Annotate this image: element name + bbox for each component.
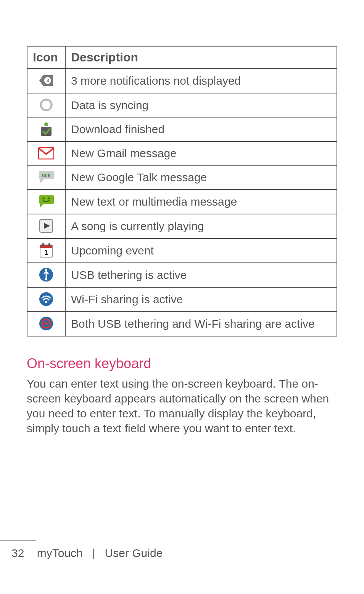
svg-point-2 [44,122,48,126]
page-footer: 32 myTouch | User Guide [0,547,364,560]
svg-rect-10 [40,245,52,248]
gmail-icon [38,145,55,162]
music-playing-icon [38,217,55,234]
download-finished-icon [38,121,55,137]
header-description: Description [65,46,337,69]
description-cell: New Gmail message [65,142,337,165]
page-number: 32 [11,547,24,559]
svg-text:3: 3 [47,78,49,83]
table-row: New Gmail message [27,142,337,165]
description-cell: Upcoming event [65,238,337,263]
description-cell: New text or multimedia message [65,190,337,214]
sync-icon [38,97,55,113]
more-notifications-icon: 3 [38,72,55,89]
svg-rect-3 [41,127,52,136]
table-row: 1 Upcoming event [27,238,337,263]
description-cell: Both USB tethering and Wi-Fi sharing are… [65,312,337,336]
svg-rect-11 [42,243,44,246]
svg-text:talk: talk [42,172,51,178]
svg-rect-12 [48,243,50,246]
description-cell: Download finished [65,117,337,142]
svg-point-6 [43,198,45,200]
table-row: A song is currently playing [27,214,337,238]
svg-point-17 [45,278,47,280]
svg-text:1: 1 [44,249,48,256]
svg-point-7 [48,198,50,200]
usb-tethering-icon [38,266,55,283]
section-title: On-screen keyboard [27,356,337,372]
sms-mms-icon [38,193,55,210]
table-row: Data is syncing [27,93,337,117]
svg-point-19 [45,301,47,303]
description-cell: Wi-Fi sharing is active [65,287,337,312]
table-row: New text or multimedia message [27,190,337,214]
section-body: You can enter text using the on-screen k… [27,376,337,436]
table-row: USB tethering is active [27,263,337,287]
table-row: 3 3 more notifications not displayed [27,69,337,93]
table-row: talk New Google Talk message [27,165,337,190]
calendar-event-icon: 1 [38,242,55,259]
description-cell: 3 more notifications not displayed [65,69,337,93]
footer-doc-title: User Guide [105,547,163,559]
wifi-sharing-icon [38,291,55,307]
description-cell: A song is currently playing [65,214,337,238]
footer-product: myTouch [37,547,83,559]
description-cell: New Google Talk message [65,165,337,190]
usb-wifi-sharing-icon [38,315,55,332]
header-icon: Icon [27,46,65,69]
table-row: Wi-Fi sharing is active [27,287,337,312]
footer-separator: | [92,547,95,559]
google-talk-icon: talk [38,169,55,185]
table-row: Both USB tethering and Wi-Fi sharing are… [27,312,337,336]
table-row: Download finished [27,117,337,142]
description-cell: USB tethering is active [65,263,337,287]
svg-point-22 [45,322,48,325]
icon-description-table: Icon Description 3 3 more notifications … [27,46,337,336]
description-cell: Data is syncing [65,93,337,117]
